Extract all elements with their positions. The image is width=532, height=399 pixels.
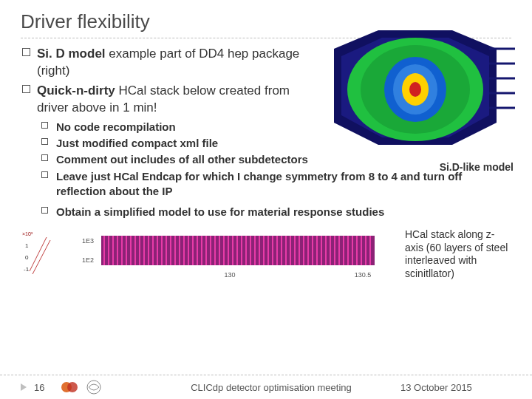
- bullet-obtain-model: Obtain a simplified model to use for mat…: [21, 205, 511, 219]
- svg-line-13: [30, 237, 47, 271]
- checkbox-icon: [41, 207, 48, 214]
- axis-tick: -1: [24, 266, 30, 273]
- bullet-lead: Obtain: [56, 205, 92, 218]
- footer-logos: [61, 380, 142, 395]
- bullet-leave-hcal: Leave just HCal Endcap for which I chang…: [21, 169, 511, 200]
- axis-tick: 1E2: [82, 256, 94, 264]
- footer-meeting: CLICdp detector optimisation meeting: [142, 382, 400, 393]
- axis-tick: 1E3: [82, 237, 94, 245]
- bullet-rest: code recompilation: [71, 120, 176, 133]
- bullet-lead: No: [56, 120, 71, 133]
- svg-line-14: [33, 240, 50, 274]
- play-icon: [21, 383, 27, 391]
- svg-point-78: [67, 382, 78, 392]
- checkbox-icon: [22, 48, 30, 56]
- bullet-lead: Leave: [56, 170, 88, 183]
- bullet-rest: out includes of all other subdetectors: [107, 153, 308, 166]
- checkbox-icon: [41, 154, 48, 161]
- checkbox-icon: [41, 122, 48, 129]
- bullet-quick-dirty: Quick-n-dirty HCal stack below created f…: [21, 83, 309, 117]
- clicdp-logo-icon: [61, 380, 78, 395]
- bullet-lead: Quick-n-dirty: [37, 83, 115, 98]
- hcal-caption: HCal stack along z-axis (60 layers of st…: [400, 228, 511, 280]
- checkbox-icon: [41, 171, 48, 178]
- checkbox-icon: [22, 85, 30, 93]
- bullet-modified-xml: Just modified compact xml file: [21, 136, 309, 151]
- detector-caption: Si.D-like model: [440, 161, 514, 173]
- axis-tick: 1: [25, 242, 29, 249]
- bullet-rest: a simplified model to use for material r…: [92, 205, 385, 218]
- footer-date: 13 October 2015: [400, 382, 511, 393]
- checkbox-icon: [41, 138, 48, 145]
- detector-figure: [312, 27, 519, 158]
- hcal-bar-figure: 1E3 1E2: [80, 228, 395, 287]
- institute-logo-icon: [86, 380, 102, 395]
- hcal-stack-row: ×10³ 1 0 -1 1E3 1E2: [21, 228, 511, 287]
- axis-tick: 0: [25, 254, 29, 261]
- bullet-rest: just HCal Endcap for which I change symm…: [56, 170, 462, 197]
- axis-tick: 130.5: [355, 271, 372, 279]
- slide-footer: 16 CLICdp detector optimisation meeting …: [0, 375, 532, 395]
- svg-point-79: [87, 381, 100, 394]
- bullet-rest: modified compact xml file: [79, 137, 218, 149]
- bullet-no-recompile: No code recompilation: [21, 120, 309, 134]
- svg-point-7: [409, 82, 421, 97]
- bullet-lead: Just: [56, 137, 79, 149]
- bullet-lead: Si. D model: [37, 47, 106, 61]
- bullet-sid-model: Si. D model example part of DD4 hep pack…: [21, 46, 309, 80]
- axis-tick: 130: [224, 271, 235, 279]
- bullet-lead: Comment: [56, 153, 107, 166]
- page-number: 16: [34, 382, 61, 393]
- axis-tick: ×10³: [22, 231, 33, 236]
- hcal-axis-left: ×10³ 1 0 -1: [21, 228, 74, 280]
